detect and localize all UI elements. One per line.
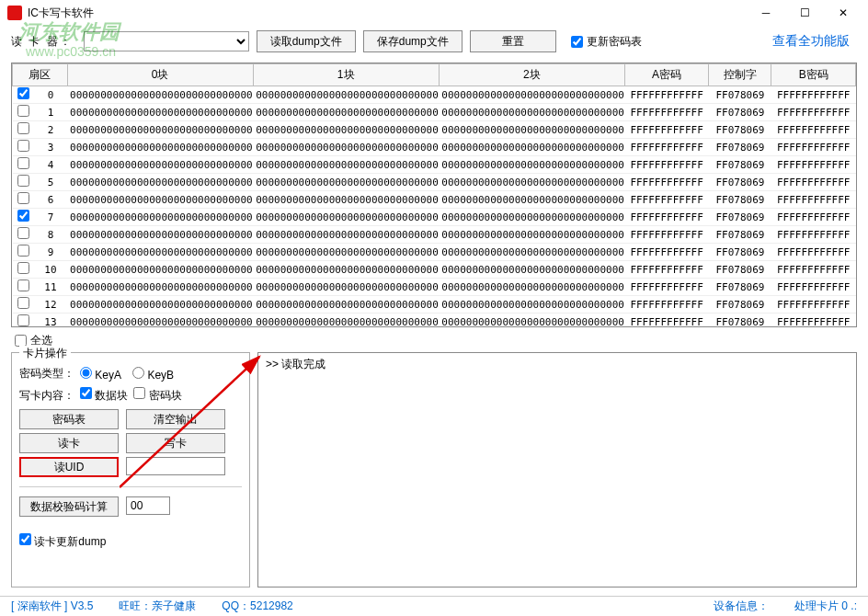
cell-sector: 10 bbox=[34, 261, 67, 279]
close-button[interactable]: ✕ bbox=[826, 2, 861, 24]
output-panel: >> 读取完成 bbox=[257, 352, 857, 587]
row-checkbox[interactable] bbox=[17, 245, 29, 257]
statusbar: [ 深南软件 ] V3.5 旺旺：亲子健康 QQ：5212982 设备信息： 处… bbox=[0, 596, 868, 616]
pwd-block-checkbox[interactable]: 密码块 bbox=[133, 387, 181, 404]
cell-b2: 00000000000000000000000000000000 bbox=[439, 139, 624, 156]
full-version-link[interactable]: 查看全功能版 bbox=[772, 33, 850, 50]
read-uid-button[interactable]: 读UID bbox=[19, 457, 119, 477]
cell-sector: 3 bbox=[34, 139, 67, 156]
minimize-button[interactable]: ─ bbox=[748, 2, 783, 24]
row-checkbox[interactable] bbox=[17, 122, 29, 134]
cell-ctrl: FF078069 bbox=[709, 244, 771, 261]
cell-ctrl: FF078069 bbox=[709, 261, 771, 279]
row-checkbox[interactable] bbox=[17, 297, 29, 309]
row-checkbox[interactable] bbox=[17, 227, 29, 239]
cell-sector: 11 bbox=[34, 279, 67, 296]
pwd-table-button[interactable]: 密码表 bbox=[19, 409, 119, 429]
cell-b2: 00000000000000000000000000000000 bbox=[439, 279, 624, 296]
table-row[interactable]: 11 00000000000000000000000000000000 0000… bbox=[13, 279, 856, 296]
maximize-button[interactable]: ☐ bbox=[787, 2, 822, 24]
row-checkbox[interactable] bbox=[17, 140, 29, 152]
row-checkbox[interactable] bbox=[17, 192, 29, 204]
read-dump-button[interactable]: 读取dump文件 bbox=[257, 30, 356, 52]
row-checkbox[interactable] bbox=[17, 175, 29, 187]
row-checkbox[interactable] bbox=[17, 262, 29, 274]
table-row[interactable]: 1 00000000000000000000000000000000 00000… bbox=[13, 104, 856, 121]
table-row[interactable]: 9 00000000000000000000000000000000 00000… bbox=[13, 244, 856, 261]
cell-ctrl: FF078069 bbox=[709, 191, 771, 209]
update-pwd-checkbox[interactable]: 更新密码表 bbox=[571, 34, 642, 50]
col-b1[interactable]: 1块 bbox=[253, 64, 439, 86]
cell-b1: 00000000000000000000000000000000 bbox=[253, 279, 439, 296]
row-checkbox[interactable] bbox=[17, 105, 29, 117]
row-checkbox[interactable] bbox=[17, 279, 29, 291]
col-sector[interactable]: 扇区 bbox=[13, 64, 68, 86]
cell-keya: FFFFFFFFFFFF bbox=[624, 191, 708, 209]
table-row[interactable]: 4 00000000000000000000000000000000 00000… bbox=[13, 156, 856, 174]
write-content-label: 写卡内容： bbox=[19, 388, 74, 404]
read-card-button[interactable]: 读卡 bbox=[19, 433, 119, 453]
cell-b0: 00000000000000000000000000000000 bbox=[67, 314, 253, 328]
cell-b1: 00000000000000000000000000000000 bbox=[253, 139, 439, 156]
cell-keyb: FFFFFFFFFFFF bbox=[771, 104, 856, 121]
cell-ctrl: FF078069 bbox=[709, 104, 771, 121]
cell-b1: 00000000000000000000000000000000 bbox=[253, 156, 439, 174]
keya-radio[interactable]: KeyA bbox=[80, 367, 121, 382]
keyb-radio[interactable]: KeyB bbox=[132, 367, 174, 382]
cell-b2: 00000000000000000000000000000000 bbox=[439, 86, 624, 104]
crc-field[interactable] bbox=[126, 496, 170, 515]
row-checkbox[interactable] bbox=[17, 87, 29, 99]
row-checkbox[interactable] bbox=[17, 157, 29, 169]
table-row[interactable]: 7 00000000000000000000000000000000 00000… bbox=[13, 209, 856, 226]
cell-b1: 00000000000000000000000000000000 bbox=[253, 191, 439, 209]
row-checkbox[interactable] bbox=[17, 314, 29, 326]
cell-b2: 00000000000000000000000000000000 bbox=[439, 121, 624, 139]
cell-b2: 00000000000000000000000000000000 bbox=[439, 314, 624, 328]
table-row[interactable]: 8 00000000000000000000000000000000 00000… bbox=[13, 226, 856, 244]
clear-output-button[interactable]: 清空输出 bbox=[126, 409, 225, 429]
select-all-checkbox[interactable]: 全选 bbox=[15, 333, 853, 348]
cell-b0: 00000000000000000000000000000000 bbox=[67, 296, 253, 314]
cell-ctrl: FF078069 bbox=[709, 156, 771, 174]
cell-ctrl: FF078069 bbox=[709, 121, 771, 139]
cell-b0: 00000000000000000000000000000000 bbox=[67, 244, 253, 261]
toolbar: 读 卡 器： 读取dump文件 保存dump文件 重置 更新密码表 查看全功能版 bbox=[0, 26, 868, 57]
uid-field[interactable] bbox=[126, 457, 225, 475]
table-row[interactable]: 0 00000000000000000000000000000000 00000… bbox=[13, 86, 856, 104]
cell-b1: 00000000000000000000000000000000 bbox=[253, 296, 439, 314]
write-card-button[interactable]: 写卡 bbox=[126, 433, 225, 453]
cell-b2: 00000000000000000000000000000000 bbox=[439, 156, 624, 174]
reset-button[interactable]: 重置 bbox=[470, 30, 556, 52]
reader-select[interactable] bbox=[84, 31, 249, 51]
table-row[interactable]: 13 00000000000000000000000000000000 0000… bbox=[13, 314, 856, 328]
table-row[interactable]: 3 00000000000000000000000000000000 00000… bbox=[13, 139, 856, 156]
table-row[interactable]: 5 00000000000000000000000000000000 00000… bbox=[13, 174, 856, 191]
cell-keyb: FFFFFFFFFFFF bbox=[771, 244, 856, 261]
table-row[interactable]: 6 00000000000000000000000000000000 00000… bbox=[13, 191, 856, 209]
update-dump-checkbox[interactable]: 读卡更新dump bbox=[19, 533, 106, 550]
col-keyb[interactable]: B密码 bbox=[771, 64, 856, 86]
save-dump-button[interactable]: 保存dump文件 bbox=[363, 30, 463, 52]
col-b0[interactable]: 0块 bbox=[67, 64, 253, 86]
table-row[interactable]: 2 00000000000000000000000000000000 00000… bbox=[13, 121, 856, 139]
cell-sector: 4 bbox=[34, 156, 67, 174]
status-qq: QQ：5212982 bbox=[222, 599, 292, 614]
cell-keyb: FFFFFFFFFFFF bbox=[771, 261, 856, 279]
col-b2[interactable]: 2块 bbox=[439, 64, 624, 86]
cell-sector: 1 bbox=[34, 104, 67, 121]
crc-button[interactable]: 数据校验码计算 bbox=[19, 496, 119, 517]
ops-legend: 卡片操作 bbox=[19, 346, 71, 361]
table-row[interactable]: 12 00000000000000000000000000000000 0000… bbox=[13, 296, 856, 314]
cell-b0: 00000000000000000000000000000000 bbox=[67, 261, 253, 279]
table-row[interactable]: 10 00000000000000000000000000000000 0000… bbox=[13, 261, 856, 279]
data-block-checkbox[interactable]: 数据块 bbox=[80, 387, 128, 404]
row-checkbox[interactable] bbox=[17, 210, 29, 222]
cell-b2: 00000000000000000000000000000000 bbox=[439, 104, 624, 121]
col-ctrl[interactable]: 控制字 bbox=[709, 64, 771, 86]
cell-keya: FFFFFFFFFFFF bbox=[624, 296, 708, 314]
cell-keyb: FFFFFFFFFFFF bbox=[771, 86, 856, 104]
cell-sector: 6 bbox=[34, 191, 67, 209]
cell-keya: FFFFFFFFFFFF bbox=[624, 244, 708, 261]
col-keya[interactable]: A密码 bbox=[624, 64, 708, 86]
update-pwd-input[interactable] bbox=[571, 36, 583, 48]
